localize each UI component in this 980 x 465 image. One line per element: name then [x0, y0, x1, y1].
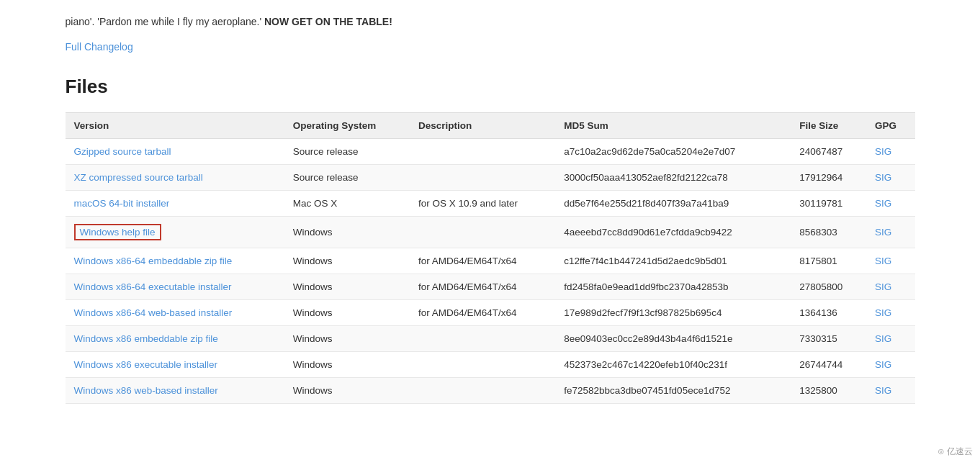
- file-version-link[interactable]: Windows x86-64 web-based installer: [74, 307, 233, 318]
- file-sig-link[interactable]: SIG: [875, 307, 891, 318]
- file-os: Source release: [284, 165, 410, 191]
- file-description: [410, 378, 555, 404]
- col-description: Description: [410, 113, 555, 139]
- table-header-row: Version Operating System Description MD5…: [66, 113, 915, 139]
- table-row: Windows x86 embeddable zip fileWindows8e…: [66, 326, 915, 352]
- file-os: Windows: [284, 274, 410, 300]
- file-version-link[interactable]: Windows x86-64 executable installer: [74, 281, 232, 292]
- file-md5: 3000cf50aaa413052aef82fd2122ca78: [555, 165, 791, 191]
- file-description: for AMD64/EM64T/x64: [410, 274, 555, 300]
- file-sig-link[interactable]: SIG: [875, 146, 891, 157]
- table-row: Windows help fileWindows4aeeebd7cc8dd90d…: [66, 217, 915, 248]
- file-version-link[interactable]: Gzipped source tarball: [74, 146, 171, 157]
- intro-paragraph: piano'. 'Pardon me while I fly my aeropl…: [66, 14, 915, 30]
- file-sig-link[interactable]: SIG: [875, 281, 891, 292]
- files-section: Files Version Operating System Descripti…: [66, 76, 915, 404]
- file-sig-link[interactable]: SIG: [875, 172, 891, 183]
- file-size: 27805800: [791, 274, 866, 300]
- file-size: 17912964: [791, 165, 866, 191]
- file-description: [410, 165, 555, 191]
- file-size: 8175801: [791, 248, 866, 274]
- file-os: Windows: [284, 300, 410, 326]
- file-sig-link[interactable]: SIG: [875, 333, 891, 344]
- file-version-link[interactable]: Windows x86 embeddable zip file: [74, 333, 218, 344]
- file-version-link[interactable]: Windows x86 web-based installer: [74, 385, 218, 396]
- file-md5: a7c10a2ac9d62de75a0ca5204e2e7d07: [555, 139, 791, 165]
- file-md5: 452373e2c467c14220efeb10f40c231f: [555, 352, 791, 378]
- table-row: Windows x86-64 web-based installerWindow…: [66, 300, 915, 326]
- file-md5: dd5e7f64e255d21f8d407f39a7a41ba9: [555, 191, 791, 217]
- file-description: for AMD64/EM64T/x64: [410, 300, 555, 326]
- files-title: Files: [66, 76, 915, 98]
- file-version-link[interactable]: Windows help file: [74, 224, 161, 240]
- file-sig-link[interactable]: SIG: [875, 385, 891, 396]
- file-description: [410, 217, 555, 248]
- file-sig-link[interactable]: SIG: [875, 256, 891, 266]
- file-description: for AMD64/EM64T/x64: [410, 248, 555, 274]
- file-version-link[interactable]: Windows x86 executable installer: [74, 359, 218, 370]
- file-version-link[interactable]: XZ compressed source tarball: [74, 172, 203, 183]
- file-md5: 17e989d2fecf7f9f13cf987825b695c4: [555, 300, 791, 326]
- file-os: Windows: [284, 248, 410, 274]
- file-md5: c12ffe7f4c1b447241d5d2aedc9b5d01: [555, 248, 791, 274]
- file-version-link[interactable]: macOS 64-bit installer: [74, 198, 170, 209]
- file-size: 1364136: [791, 300, 866, 326]
- file-sig-link[interactable]: SIG: [875, 227, 891, 238]
- file-description: for OS X 10.9 and later: [410, 191, 555, 217]
- table-row: macOS 64-bit installerMac OS Xfor OS X 1…: [66, 191, 915, 217]
- col-gpg: GPG: [866, 113, 914, 139]
- table-row: XZ compressed source tarballSource relea…: [66, 165, 915, 191]
- file-md5: 4aeeebd7cc8dd90d61e7cfdda9cb9422: [555, 217, 791, 248]
- file-description: [410, 326, 555, 352]
- file-md5: fd2458fa0e9ead1dd9fbc2370a42853b: [555, 274, 791, 300]
- file-os: Windows: [284, 217, 410, 248]
- file-os: Mac OS X: [284, 191, 410, 217]
- col-os: Operating System: [284, 113, 410, 139]
- file-os: Windows: [284, 352, 410, 378]
- table-row: Windows x86 web-based installerWindowsfe…: [66, 378, 915, 404]
- col-version: Version: [66, 113, 284, 139]
- file-version-link[interactable]: Windows x86-64 embeddable zip file: [74, 256, 233, 266]
- col-size: File Size: [791, 113, 866, 139]
- table-row: Gzipped source tarballSource releasea7c1…: [66, 139, 915, 165]
- file-description: [410, 352, 555, 378]
- full-changelog-link[interactable]: Full Changelog: [66, 41, 133, 53]
- files-table: Version Operating System Description MD5…: [66, 112, 915, 404]
- file-os: Windows: [284, 378, 410, 404]
- file-size: 8568303: [791, 217, 866, 248]
- file-os: Windows: [284, 326, 410, 352]
- file-size: 26744744: [791, 352, 866, 378]
- file-sig-link[interactable]: SIG: [875, 359, 891, 370]
- table-row: Windows x86 executable installerWindows4…: [66, 352, 915, 378]
- file-sig-link[interactable]: SIG: [875, 198, 891, 209]
- table-row: Windows x86-64 embeddable zip fileWindow…: [66, 248, 915, 274]
- file-size: 24067487: [791, 139, 866, 165]
- file-md5: fe72582bbca3dbe07451fd05ece1d752: [555, 378, 791, 404]
- file-md5: 8ee09403ec0cc2e89d43b4a4f6d1521e: [555, 326, 791, 352]
- file-size: 30119781: [791, 191, 866, 217]
- file-size: 1325800: [791, 378, 866, 404]
- col-md5: MD5 Sum: [555, 113, 791, 139]
- file-os: Source release: [284, 139, 410, 165]
- page-container: piano'. 'Pardon me while I fly my aeropl…: [37, 0, 944, 433]
- intro-bold: NOW GET ON THE TABLE!: [264, 16, 392, 27]
- file-size: 7330315: [791, 326, 866, 352]
- table-row: Windows x86-64 executable installerWindo…: [66, 274, 915, 300]
- file-description: [410, 139, 555, 165]
